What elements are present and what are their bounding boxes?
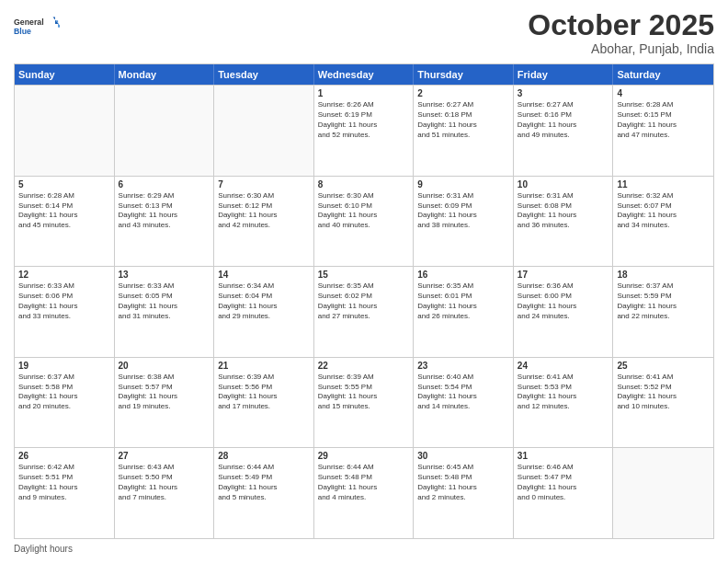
calendar-row-0: 1Sunrise: 6:26 AMSunset: 6:19 PMDaylight… bbox=[15, 85, 713, 176]
page-container: General Blue October 2025 Abohar, Punjab… bbox=[0, 0, 728, 563]
day-number: 14 bbox=[218, 270, 310, 280]
cell-info: Sunrise: 6:30 AMSunset: 6:12 PMDaylight:… bbox=[218, 191, 310, 231]
day-number: 31 bbox=[518, 451, 609, 461]
cell-info: Sunrise: 6:27 AMSunset: 6:18 PMDaylight:… bbox=[417, 100, 509, 140]
cal-cell-r0-c4: 2Sunrise: 6:27 AMSunset: 6:18 PMDaylight… bbox=[414, 86, 514, 176]
day-number: 22 bbox=[318, 361, 410, 371]
day-number: 9 bbox=[417, 179, 509, 190]
cell-info: Sunrise: 6:38 AMSunset: 5:57 PMDaylight:… bbox=[119, 373, 210, 412]
day-number: 19 bbox=[18, 361, 110, 371]
day-number: 1 bbox=[318, 88, 410, 98]
cal-cell-r2-c6: 18Sunrise: 6:37 AMSunset: 5:59 PMDayligh… bbox=[613, 267, 713, 357]
cell-info: Sunrise: 6:28 AMSunset: 6:15 PMDaylight:… bbox=[617, 100, 710, 140]
cell-info: Sunrise: 6:33 AMSunset: 6:06 PMDaylight:… bbox=[18, 282, 110, 321]
cal-cell-r2-c5: 17Sunrise: 6:36 AMSunset: 6:00 PMDayligh… bbox=[514, 267, 614, 357]
cell-info: Sunrise: 6:36 AMSunset: 6:00 PMDaylight:… bbox=[518, 282, 609, 321]
footer: Daylight hours bbox=[14, 544, 714, 554]
calendar-row-1: 5Sunrise: 6:28 AMSunset: 6:14 PMDaylight… bbox=[15, 176, 713, 267]
cell-info: Sunrise: 6:39 AMSunset: 5:55 PMDaylight:… bbox=[318, 373, 410, 412]
day-number: 17 bbox=[518, 270, 609, 280]
cal-cell-r1-c5: 10Sunrise: 6:31 AMSunset: 6:08 PMDayligh… bbox=[514, 177, 614, 267]
cell-info: Sunrise: 6:42 AMSunset: 5:51 PMDaylight:… bbox=[18, 463, 110, 502]
cal-cell-r3-c2: 21Sunrise: 6:39 AMSunset: 5:56 PMDayligh… bbox=[214, 358, 314, 448]
cell-info: Sunrise: 6:40 AMSunset: 5:54 PMDaylight:… bbox=[417, 373, 509, 412]
cell-info: Sunrise: 6:31 AMSunset: 6:08 PMDaylight:… bbox=[518, 191, 609, 231]
cell-info: Sunrise: 6:46 AMSunset: 5:47 PMDaylight:… bbox=[518, 463, 609, 502]
cell-info: Sunrise: 6:44 AMSunset: 5:49 PMDaylight:… bbox=[218, 463, 310, 502]
svg-text:Blue: Blue bbox=[14, 27, 31, 36]
cal-cell-r2-c3: 15Sunrise: 6:35 AMSunset: 6:02 PMDayligh… bbox=[314, 267, 415, 357]
day-number: 7 bbox=[218, 179, 310, 190]
cal-cell-r1-c1: 6Sunrise: 6:29 AMSunset: 6:13 PMDaylight… bbox=[115, 177, 215, 267]
day-number: 28 bbox=[218, 451, 310, 461]
cell-info: Sunrise: 6:28 AMSunset: 6:14 PMDaylight:… bbox=[18, 191, 110, 231]
cal-cell-r1-c0: 5Sunrise: 6:28 AMSunset: 6:14 PMDaylight… bbox=[15, 177, 115, 267]
cal-cell-r4-c0: 26Sunrise: 6:42 AMSunset: 5:51 PMDayligh… bbox=[15, 448, 115, 538]
calendar-row-3: 19Sunrise: 6:37 AMSunset: 5:58 PMDayligh… bbox=[15, 357, 713, 448]
cell-info: Sunrise: 6:37 AMSunset: 5:58 PMDaylight:… bbox=[18, 373, 110, 412]
day-number: 16 bbox=[417, 270, 509, 280]
day-number: 18 bbox=[617, 270, 710, 280]
day-number: 15 bbox=[318, 270, 410, 280]
cell-info: Sunrise: 6:45 AMSunset: 5:48 PMDaylight:… bbox=[417, 463, 509, 502]
cal-cell-r1-c2: 7Sunrise: 6:30 AMSunset: 6:12 PMDaylight… bbox=[214, 177, 314, 267]
calendar-body: 1Sunrise: 6:26 AMSunset: 6:19 PMDaylight… bbox=[15, 85, 713, 538]
daylight-hours-label: Daylight hours bbox=[14, 544, 73, 554]
cal-cell-r2-c0: 12Sunrise: 6:33 AMSunset: 6:06 PMDayligh… bbox=[15, 267, 115, 357]
cal-cell-r0-c0 bbox=[15, 86, 115, 176]
day-number: 3 bbox=[518, 88, 609, 98]
cell-info: Sunrise: 6:32 AMSunset: 6:07 PMDaylight:… bbox=[617, 191, 710, 231]
cal-cell-r4-c5: 31Sunrise: 6:46 AMSunset: 5:47 PMDayligh… bbox=[514, 448, 614, 538]
cell-info: Sunrise: 6:35 AMSunset: 6:01 PMDaylight:… bbox=[417, 282, 509, 321]
day-number: 20 bbox=[119, 361, 210, 371]
day-number: 29 bbox=[318, 451, 410, 461]
calendar-row-4: 26Sunrise: 6:42 AMSunset: 5:51 PMDayligh… bbox=[15, 447, 713, 538]
cal-cell-r2-c2: 14Sunrise: 6:34 AMSunset: 6:04 PMDayligh… bbox=[214, 267, 314, 357]
cal-cell-r4-c4: 30Sunrise: 6:45 AMSunset: 5:48 PMDayligh… bbox=[414, 448, 514, 538]
day-number: 11 bbox=[617, 179, 710, 190]
svg-text:General: General bbox=[14, 17, 44, 27]
logo: General Blue bbox=[14, 9, 60, 44]
cal-cell-r0-c1 bbox=[115, 86, 215, 176]
day-number: 4 bbox=[617, 88, 710, 98]
cal-cell-r3-c0: 19Sunrise: 6:37 AMSunset: 5:58 PMDayligh… bbox=[15, 358, 115, 448]
header: General Blue October 2025 Abohar, Punjab… bbox=[14, 9, 714, 56]
header-day-wednesday: Wednesday bbox=[314, 64, 415, 85]
cell-info: Sunrise: 6:27 AMSunset: 6:16 PMDaylight:… bbox=[518, 100, 609, 140]
cal-cell-r0-c3: 1Sunrise: 6:26 AMSunset: 6:19 PMDaylight… bbox=[314, 86, 415, 176]
day-number: 8 bbox=[318, 179, 410, 190]
cell-info: Sunrise: 6:33 AMSunset: 6:05 PMDaylight:… bbox=[119, 282, 210, 321]
day-number: 5 bbox=[18, 179, 110, 190]
logo-svg: General Blue bbox=[14, 9, 60, 44]
cell-info: Sunrise: 6:29 AMSunset: 6:13 PMDaylight:… bbox=[119, 191, 210, 231]
cal-cell-r0-c5: 3Sunrise: 6:27 AMSunset: 6:16 PMDaylight… bbox=[514, 86, 614, 176]
cal-cell-r4-c6 bbox=[613, 448, 713, 538]
header-day-tuesday: Tuesday bbox=[214, 64, 314, 85]
day-number: 6 bbox=[119, 179, 210, 190]
cell-info: Sunrise: 6:26 AMSunset: 6:19 PMDaylight:… bbox=[318, 100, 410, 140]
cal-cell-r3-c3: 22Sunrise: 6:39 AMSunset: 5:55 PMDayligh… bbox=[314, 358, 415, 448]
day-number: 12 bbox=[18, 270, 110, 280]
cal-cell-r4-c3: 29Sunrise: 6:44 AMSunset: 5:48 PMDayligh… bbox=[314, 448, 415, 538]
header-day-saturday: Saturday bbox=[613, 64, 713, 85]
cell-info: Sunrise: 6:31 AMSunset: 6:09 PMDaylight:… bbox=[417, 191, 509, 231]
cell-info: Sunrise: 6:30 AMSunset: 6:10 PMDaylight:… bbox=[318, 191, 410, 231]
cal-cell-r1-c3: 8Sunrise: 6:30 AMSunset: 6:10 PMDaylight… bbox=[314, 177, 415, 267]
calendar-row-2: 12Sunrise: 6:33 AMSunset: 6:06 PMDayligh… bbox=[15, 266, 713, 357]
calendar: SundayMondayTuesdayWednesdayThursdayFrid… bbox=[14, 63, 714, 539]
day-number: 24 bbox=[518, 361, 609, 371]
title-block: October 2025 Abohar, Punjab, India bbox=[528, 9, 714, 56]
day-number: 25 bbox=[617, 361, 710, 371]
cal-cell-r4-c2: 28Sunrise: 6:44 AMSunset: 5:49 PMDayligh… bbox=[214, 448, 314, 538]
day-number: 13 bbox=[119, 270, 210, 280]
header-day-monday: Monday bbox=[115, 64, 215, 85]
day-number: 30 bbox=[417, 451, 509, 461]
cell-info: Sunrise: 6:44 AMSunset: 5:48 PMDaylight:… bbox=[318, 463, 410, 502]
cal-cell-r1-c4: 9Sunrise: 6:31 AMSunset: 6:09 PMDaylight… bbox=[414, 177, 514, 267]
cal-cell-r3-c6: 25Sunrise: 6:41 AMSunset: 5:52 PMDayligh… bbox=[613, 358, 713, 448]
cal-cell-r1-c6: 11Sunrise: 6:32 AMSunset: 6:07 PMDayligh… bbox=[613, 177, 713, 267]
cell-info: Sunrise: 6:43 AMSunset: 5:50 PMDaylight:… bbox=[119, 463, 210, 502]
cal-cell-r3-c4: 23Sunrise: 6:40 AMSunset: 5:54 PMDayligh… bbox=[414, 358, 514, 448]
day-number: 21 bbox=[218, 361, 310, 371]
calendar-header: SundayMondayTuesdayWednesdayThursdayFrid… bbox=[15, 64, 713, 85]
